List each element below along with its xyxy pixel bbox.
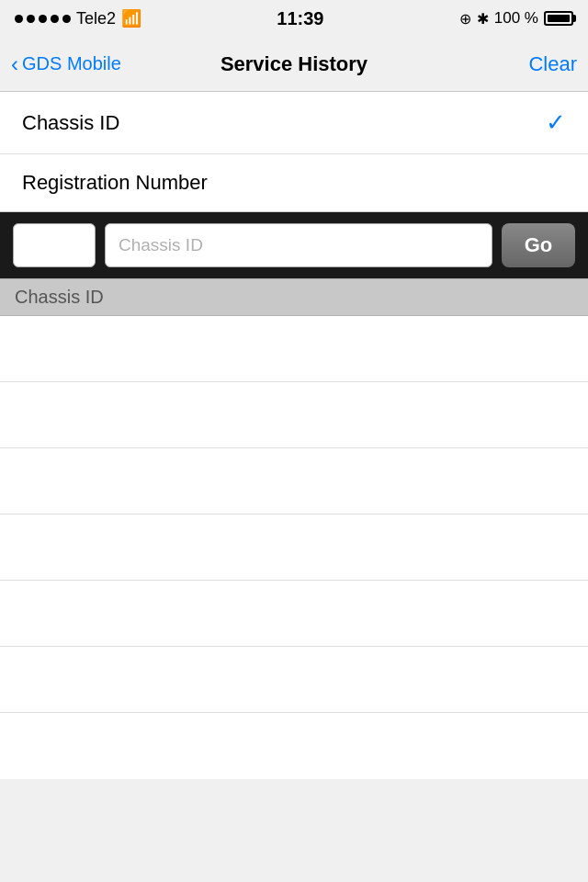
orientation-lock-icon: ⊕ xyxy=(459,10,471,28)
result-row xyxy=(0,514,588,581)
result-row xyxy=(0,448,588,514)
chassis-id-label: Chassis ID xyxy=(22,111,119,135)
search-prefix-box[interactable] xyxy=(13,223,96,267)
result-row xyxy=(0,382,588,448)
status-left: Tele2 📶 xyxy=(15,8,141,28)
nav-bar: ‹ GDS Mobile Service History Clear xyxy=(0,37,588,92)
wifi-icon: 📶 xyxy=(121,8,141,28)
registration-label: Registration Number xyxy=(22,171,208,195)
content-area: Chassis ID ✓ Registration Number Go Chas… xyxy=(0,92,588,779)
back-chevron-icon: ‹ xyxy=(11,53,18,75)
search-type-registration[interactable]: Registration Number xyxy=(0,154,588,211)
result-row xyxy=(0,713,588,779)
status-right: ⊕ ✱ 100 % xyxy=(459,9,573,28)
search-bar-row: Go xyxy=(0,212,588,278)
status-bar: Tele2 📶 11:39 ⊕ ✱ 100 % xyxy=(0,0,588,37)
search-type-section: Chassis ID ✓ Registration Number xyxy=(0,92,588,212)
result-row xyxy=(0,316,588,382)
search-input[interactable] xyxy=(105,223,492,267)
battery-icon xyxy=(544,11,573,26)
back-button[interactable]: ‹ GDS Mobile xyxy=(11,53,121,75)
carrier-label: Tele2 xyxy=(76,9,116,28)
back-label: GDS Mobile xyxy=(22,53,121,74)
bluetooth-icon: ✱ xyxy=(477,10,489,28)
status-time: 11:39 xyxy=(277,8,323,29)
search-type-chassis[interactable]: Chassis ID ✓ xyxy=(0,92,588,154)
signal-icon xyxy=(15,15,71,23)
result-row xyxy=(0,581,588,647)
chassis-selected-icon: ✓ xyxy=(546,108,566,137)
battery-percent: 100 % xyxy=(494,9,538,28)
go-button[interactable]: Go xyxy=(502,223,575,267)
result-row xyxy=(0,647,588,713)
results-list xyxy=(0,316,588,779)
section-header: Chassis ID xyxy=(0,278,588,316)
page-title: Service History xyxy=(220,52,368,76)
clear-button[interactable]: Clear xyxy=(528,52,577,76)
